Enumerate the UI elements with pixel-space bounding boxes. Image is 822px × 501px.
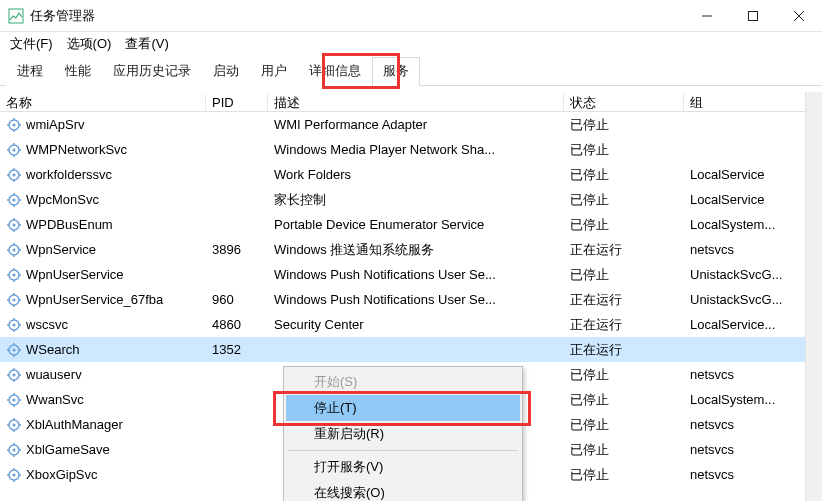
service-group: netsvcs [684, 467, 814, 482]
window-buttons [684, 0, 822, 31]
vertical-scrollbar[interactable] [805, 92, 822, 501]
service-icon [6, 267, 22, 283]
close-button[interactable] [776, 0, 822, 31]
svg-point-12 [13, 148, 16, 151]
service-status: 已停止 [564, 116, 684, 134]
service-pid: 4860 [206, 317, 268, 332]
service-icon [6, 367, 22, 383]
tab-app-history[interactable]: 应用历史记录 [102, 57, 202, 86]
menubar: 文件(F) 选项(O) 查看(V) [0, 32, 822, 56]
service-status: 已停止 [564, 191, 684, 209]
service-icon [6, 392, 22, 408]
svg-point-78 [13, 423, 16, 426]
service-name: wuauserv [26, 367, 82, 382]
service-group: LocalService [684, 167, 814, 182]
tab-performance[interactable]: 性能 [54, 57, 102, 86]
service-status: 已停止 [564, 216, 684, 234]
service-group: LocalSystem... [684, 217, 814, 232]
tab-users[interactable]: 用户 [250, 57, 298, 86]
service-name: WPDBusEnum [26, 217, 113, 232]
service-icon [6, 292, 22, 308]
ctx-separator [288, 450, 518, 451]
svg-point-48 [13, 298, 16, 301]
svg-point-24 [13, 198, 16, 201]
service-icon [6, 442, 22, 458]
service-icon [6, 117, 22, 133]
service-group: netsvcs [684, 442, 814, 457]
service-icon [6, 417, 22, 433]
service-name: wmiApSrv [26, 117, 85, 132]
service-name: WpnService [26, 242, 96, 257]
service-name: WwanSvc [26, 392, 84, 407]
svg-point-54 [13, 323, 16, 326]
svg-rect-2 [749, 11, 758, 20]
service-icon [6, 467, 22, 483]
table-row[interactable]: WpnUserService_67fba960Windows Push Noti… [0, 287, 822, 312]
tab-startup[interactable]: 启动 [202, 57, 250, 86]
service-icon [6, 142, 22, 158]
svg-point-18 [13, 173, 16, 176]
service-group: netsvcs [684, 242, 814, 257]
service-status: 已停止 [564, 166, 684, 184]
service-desc: Portable Device Enumerator Service [268, 217, 564, 232]
service-name: WpnUserService_67fba [26, 292, 163, 307]
service-name: WpcMonSvc [26, 192, 99, 207]
ctx-start: 开始(S) [286, 369, 520, 395]
col-group[interactable]: 组 [684, 94, 814, 111]
service-group: netsvcs [684, 417, 814, 432]
ctx-stop[interactable]: 停止(T) [286, 395, 520, 421]
svg-point-90 [13, 473, 16, 476]
menu-view[interactable]: 查看(V) [125, 35, 168, 53]
col-desc[interactable]: 描述 [268, 94, 564, 111]
table-row[interactable]: WpnService3896Windows 推送通知系统服务正在运行netsvc… [0, 237, 822, 262]
column-headers: 名称 PID 描述 状态 组 [0, 86, 822, 112]
app-icon [8, 8, 24, 24]
tab-processes[interactable]: 进程 [6, 57, 54, 86]
service-name: WSearch [26, 342, 79, 357]
service-group: LocalService [684, 192, 814, 207]
service-icon [6, 342, 22, 358]
table-row[interactable]: WSearch1352正在运行 [0, 337, 822, 362]
table-row[interactable]: wscsvc4860Security Center正在运行LocalServic… [0, 312, 822, 337]
menu-file[interactable]: 文件(F) [10, 35, 53, 53]
service-icon [6, 217, 22, 233]
service-desc: Windows 推送通知系统服务 [268, 241, 564, 259]
service-pid: 3896 [206, 242, 268, 257]
service-desc: 家长控制 [268, 191, 564, 209]
ctx-restart[interactable]: 重新启动(R) [286, 421, 520, 447]
table-row[interactable]: WMPNetworkSvcWindows Media Player Networ… [0, 137, 822, 162]
svg-point-36 [13, 248, 16, 251]
tab-services[interactable]: 服务 [372, 57, 420, 86]
service-status: 正在运行 [564, 241, 684, 259]
minimize-button[interactable] [684, 0, 730, 31]
service-group: UnistackSvcG... [684, 292, 814, 307]
service-desc: Security Center [268, 317, 564, 332]
ctx-search-online[interactable]: 在线搜索(O) [286, 480, 520, 501]
service-status: 已停止 [564, 391, 684, 409]
service-status: 正在运行 [564, 291, 684, 309]
service-name: workfolderssvc [26, 167, 112, 182]
service-group: LocalService... [684, 317, 814, 332]
table-row[interactable]: wmiApSrvWMI Performance Adapter已停止 [0, 112, 822, 137]
maximize-button[interactable] [730, 0, 776, 31]
table-row[interactable]: WPDBusEnumPortable Device Enumerator Ser… [0, 212, 822, 237]
titlebar: 任务管理器 [0, 0, 822, 32]
service-status: 已停止 [564, 466, 684, 484]
col-status[interactable]: 状态 [564, 94, 684, 111]
service-status: 已停止 [564, 441, 684, 459]
svg-point-66 [13, 373, 16, 376]
ctx-open-services[interactable]: 打开服务(V) [286, 454, 520, 480]
menu-options[interactable]: 选项(O) [67, 35, 112, 53]
col-pid[interactable]: PID [206, 94, 268, 111]
table-row[interactable]: WpcMonSvc家长控制已停止LocalService [0, 187, 822, 212]
service-icon [6, 317, 22, 333]
service-status: 正在运行 [564, 341, 684, 359]
svg-point-72 [13, 398, 16, 401]
service-name: XboxGipSvc [26, 467, 98, 482]
service-name: wscsvc [26, 317, 68, 332]
table-row[interactable]: WpnUserServiceWindows Push Notifications… [0, 262, 822, 287]
table-row[interactable]: workfolderssvcWork Folders已停止LocalServic… [0, 162, 822, 187]
col-name[interactable]: 名称 [0, 94, 206, 111]
service-group: netsvcs [684, 367, 814, 382]
tab-details[interactable]: 详细信息 [298, 57, 372, 86]
